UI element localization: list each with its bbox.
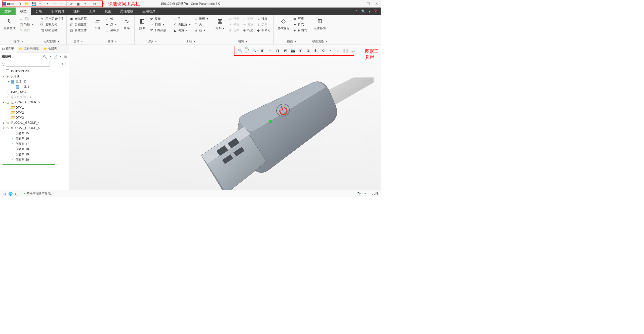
sb-selection-filter[interactable]: 几何 — [372, 191, 378, 196]
修剪-button[interactable]: ✂修剪 — [227, 22, 240, 27]
重新生成-button[interactable]: ↻重新生成 — [2, 16, 17, 31]
filter-add-icon[interactable]: + — [65, 62, 67, 66]
tree-node-组LOCAL_GROUP_6[interactable]: ▼⧉组LOCAL_GROUP_6 — [0, 126, 69, 131]
自由式-button[interactable]: ◈自由式 — [292, 28, 308, 33]
tree-node-DTM3[interactable]: DTM3 — [0, 115, 69, 120]
用户定义特征-button[interactable]: ✎用户定义特征 — [39, 16, 64, 21]
qat-open-icon[interactable]: 📂 — [24, 1, 29, 6]
tree-tools-dropdown-icon[interactable]: ▼ — [49, 55, 51, 58]
settings-dropdown-icon[interactable]: ▾ — [369, 9, 370, 13]
填充-button[interactable]: ▭填充 — [292, 16, 308, 21]
样式-button[interactable]: ✦样式 — [292, 22, 308, 27]
help-icon[interactable]: ❓ — [373, 9, 378, 13]
分割主体-button[interactable]: ◫分割主体 — [69, 22, 88, 27]
qat-redo-dropdown-icon[interactable]: ▼ — [59, 1, 64, 6]
qat-close-icon[interactable]: ⊗ — [92, 1, 97, 6]
tree-node-组LOCAL_GROUP_5[interactable]: ▼⧉组LOCAL_GROUP_5 — [0, 100, 69, 105]
sb-folder-icon[interactable]: ▢ — [15, 192, 18, 196]
sb-browser-icon[interactable]: 🌐 — [8, 192, 13, 196]
nav-tab-文件夹浏览[interactable]: 📁文件夹浏览 — [17, 45, 41, 53]
阵列-button[interactable]: ▦阵列 ▼ — [214, 16, 226, 31]
tree-node-倒圆角 20[interactable]: ◜倒圆角 20 — [0, 157, 69, 162]
tab-视图[interactable]: 视图 — [100, 8, 116, 15]
粘贴-button[interactable]: 📋粘贴▼ — [18, 22, 35, 27]
tab-应用程序[interactable]: 应用程序 — [138, 8, 160, 15]
轴-button[interactable]: ⟋轴 — [104, 16, 120, 21]
tree-node-倒圆角 19[interactable]: ◜倒圆角 19 — [0, 152, 69, 157]
边界混合-button[interactable]: ◇边界混合 — [276, 16, 291, 31]
tree-node-150122MI.PRT[interactable]: 150122MI.PRT — [0, 69, 69, 74]
投影-button[interactable]: ↘投影 — [255, 16, 271, 21]
tree-node-倒圆角 15[interactable]: ◜倒圆角 15 — [0, 131, 69, 136]
close-button[interactable]: ✕ — [375, 2, 378, 6]
tab-分析[interactable]: 分析 — [31, 8, 47, 15]
倒圆角-button[interactable]: ◜倒圆角▼ — [172, 22, 192, 27]
元件界面-button[interactable]: ⊞元件界面 — [312, 16, 327, 31]
tree-filter-input[interactable] — [6, 61, 50, 67]
qat-new-icon[interactable]: 🗋 — [17, 1, 22, 6]
minimize-button[interactable]: — — [358, 2, 362, 6]
tree-settings-icon[interactable]: 📄 — [53, 55, 58, 59]
删除-button[interactable]: ✕删除 — [18, 28, 35, 33]
拔模-button[interactable]: ▽拔模▼ — [193, 16, 210, 21]
maximize-button[interactable]: ☐ — [367, 2, 370, 6]
偏移-button[interactable]: ⇥偏移 — [241, 22, 254, 27]
扫描-button[interactable]: 〰扫描▼ — [149, 22, 168, 27]
扫描混合-button[interactable]: ⧩扫描混合 — [149, 28, 168, 33]
点-button[interactable]: ✦点▼ — [104, 22, 120, 27]
tree-node-倒圆角 17[interactable]: ◜倒圆角 17 — [0, 141, 69, 147]
tree-node-设计项[interactable]: ▼◈设计项 — [0, 74, 69, 79]
qat-undo-dropdown-icon[interactable]: ▼ — [45, 1, 50, 6]
tree-node-主体 1[interactable]: 主体 1 — [0, 84, 69, 90]
镜像-button[interactable]: ⧉镜像 — [227, 16, 240, 21]
筋-button[interactable]: ⊿筋▼ — [193, 28, 210, 33]
tree-node-倒圆角 18[interactable]: ◜倒圆角 18 — [0, 147, 69, 152]
孔-button[interactable]: ◎孔 — [172, 16, 192, 21]
graphics-canvas[interactable]: 🔍 🔍+ 🔍- ◧ ✥ ◨ ◩ 📷 ▣ ◪ ✱ ⟲ ✂ ◭ ❚❚ ▬ 图形工具栏 — [69, 45, 381, 190]
sb-layers-icon[interactable]: ▤ — [3, 192, 6, 196]
tree-node-倒圆角 16[interactable]: ◜倒圆角 16 — [0, 136, 69, 141]
qat-windows-icon[interactable]: ▣ — [76, 1, 81, 6]
tree-node-组LOCAL_GROUP_4[interactable]: ▶⧉组LOCAL_GROUP_4 — [0, 120, 69, 126]
收缩包络-button[interactable]: ◫收缩包络 — [39, 28, 64, 33]
tab-工具[interactable]: 工具 — [85, 8, 100, 15]
tab-注释[interactable]: 注释 — [69, 8, 85, 15]
qat-redo-icon[interactable]: ↷ — [52, 1, 57, 6]
filter-icon[interactable]: ▽ — [2, 62, 5, 66]
倒角-button[interactable]: ◣倒角▼ — [172, 28, 192, 33]
tree-tools-icon[interactable]: 🔨 — [43, 55, 47, 59]
tree-node-导入特征 标识4[interactable]: ⇩导入特征 标识4 — [0, 95, 69, 100]
qat-windows-dropdown-icon[interactable]: ▼ — [83, 1, 88, 6]
tree-node-TMP_DWG[interactable]: ⟂TMP_DWG — [0, 90, 69, 95]
nav-tab-模型树[interactable]: ⊟模型树 — [0, 45, 17, 53]
合并-button[interactable]: ⊕合并 — [227, 28, 240, 33]
tree-node-DTM1[interactable]: DTM1 — [0, 105, 69, 110]
延伸-button[interactable]: ↗延伸 — [241, 16, 254, 21]
tree-display-icon[interactable]: ⊞ — [64, 55, 67, 59]
旋转-button[interactable]: ⟳旋转 — [149, 16, 168, 21]
tree-node-主体 (1)[interactable]: ▼主体 (1) — [0, 79, 69, 84]
tab-模型[interactable]: 模型 — [16, 8, 31, 15]
qat-customize-icon[interactable]: ▼ — [101, 1, 106, 6]
加厚-button[interactable]: ▮加厚 — [255, 22, 271, 27]
平面-button[interactable]: ▱平面 — [92, 16, 103, 31]
拉伸-button[interactable]: ◧拉伸 — [137, 16, 148, 31]
布尔运算-button[interactable]: ◉布尔运算 — [69, 16, 88, 21]
sb-find-icon[interactable]: 🔭 — [357, 192, 361, 196]
复制-button[interactable]: ⿻复制 — [18, 16, 35, 21]
filter-clear-icon[interactable]: × — [57, 62, 59, 65]
ribbon-collapse-icon[interactable]: ⌃ — [355, 9, 358, 13]
tree-settings-dropdown-icon[interactable]: ▼ — [60, 55, 62, 58]
草绘-button[interactable]: ∿草绘 — [121, 16, 132, 31]
坐标系-button[interactable]: ⟂坐标系 — [104, 28, 120, 33]
search-icon[interactable]: 🔍 — [361, 9, 366, 13]
复制几何-button[interactable]: ⿻复制几何 — [39, 22, 64, 27]
tab-实时仿真[interactable]: 实时仿真 — [47, 8, 69, 15]
qat-undo-icon[interactable]: ↶ — [38, 1, 43, 6]
sb-find-dropdown-icon[interactable]: ▼ — [364, 192, 366, 195]
filter-dropdown-icon[interactable]: ▼ — [61, 63, 64, 65]
file-tab[interactable]: 文件 — [0, 8, 16, 15]
qat-save-icon[interactable]: 💾 — [31, 1, 36, 6]
qat-regenerate-icon[interactable]: ⟳ — [69, 1, 74, 6]
tab-柔性建模[interactable]: 柔性建模 — [116, 8, 138, 15]
